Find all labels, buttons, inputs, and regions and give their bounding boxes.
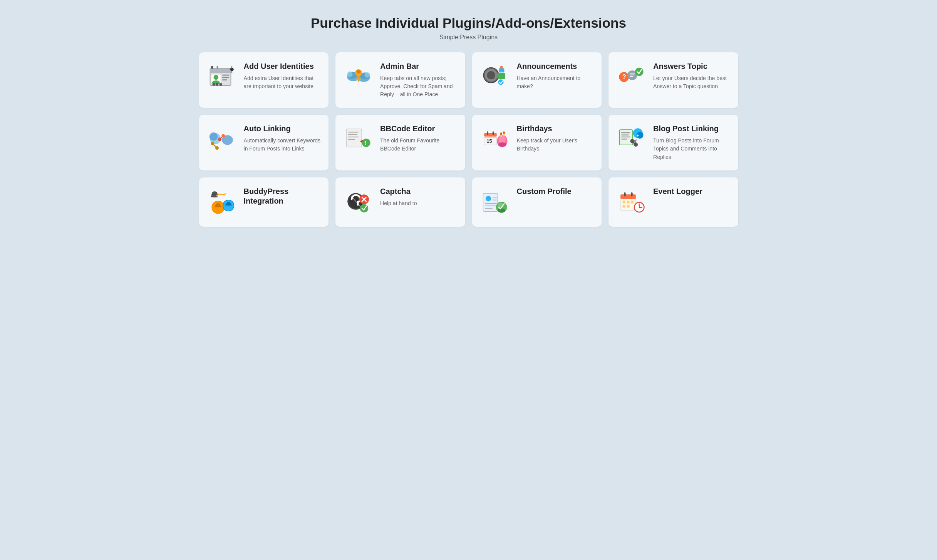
card-desc-captcha: Help at hand to bbox=[380, 199, 458, 207]
svg-rect-107 bbox=[631, 192, 633, 196]
card-title-answers-topic: Answers Topic bbox=[653, 62, 731, 71]
svg-rect-7 bbox=[222, 79, 227, 80]
card-desc-blog-post-linking: Turn Blog Posts into Forum Topics and Co… bbox=[653, 137, 731, 161]
svg-text:?: ? bbox=[622, 73, 626, 80]
svg-point-95 bbox=[485, 196, 491, 201]
add-user-icon bbox=[207, 62, 238, 92]
svg-rect-111 bbox=[623, 205, 625, 207]
svg-point-22 bbox=[357, 69, 361, 74]
svg-point-68 bbox=[500, 132, 502, 135]
card-add-user-identities[interactable]: Add User Identities Add extra User Ident… bbox=[199, 52, 329, 108]
event-logger-icon bbox=[616, 187, 647, 217]
svg-rect-11 bbox=[211, 66, 213, 69]
page-subtitle: Simple:Press Plugins bbox=[12, 34, 925, 41]
card-buddypress-integration[interactable]: BuddyPress Integration bbox=[199, 177, 329, 227]
svg-rect-63 bbox=[484, 137, 496, 138]
card-desc-admin-bar: Keep tabs on all new posts; Approve, Che… bbox=[380, 74, 458, 99]
card-title-event-logger: Event Logger bbox=[653, 187, 731, 196]
svg-text:!: ! bbox=[364, 140, 366, 146]
card-desc-bbcode-editor: The old Forum Favourite BBCode Editor bbox=[380, 137, 458, 153]
svg-point-71 bbox=[498, 142, 506, 147]
card-title-buddypress-integration: BuddyPress Integration bbox=[244, 187, 321, 206]
card-title-blog-post-linking: Blog Post Linking bbox=[653, 124, 731, 134]
card-auto-linking[interactable]: Auto Linking Automatically convert Keywo… bbox=[199, 115, 329, 170]
card-title-captcha: Captcha bbox=[380, 187, 458, 196]
card-admin-bar[interactable]: Admin Bar Keep tabs on all new posts; Ap… bbox=[335, 52, 465, 108]
svg-point-93 bbox=[360, 204, 369, 212]
svg-rect-37 bbox=[630, 73, 635, 74]
svg-point-86 bbox=[226, 202, 230, 205]
card-custom-profile[interactable]: Custom Profile bbox=[472, 177, 602, 227]
svg-point-46 bbox=[211, 142, 214, 145]
svg-point-50 bbox=[221, 134, 225, 138]
svg-rect-76 bbox=[621, 139, 627, 140]
buddypress-icon bbox=[207, 187, 238, 217]
card-announcements[interactable]: ... Announcements Have an Announcement t… bbox=[472, 52, 602, 108]
svg-rect-29 bbox=[497, 73, 505, 79]
svg-point-70 bbox=[503, 132, 505, 134]
card-event-logger[interactable]: Event Logger bbox=[608, 177, 738, 227]
birthdays-icon: 15 bbox=[480, 124, 511, 155]
svg-rect-62 bbox=[492, 132, 494, 135]
card-blog-post-linking[interactable]: + Blog Post Linking Turn Blog Posts into… bbox=[608, 115, 738, 170]
card-title-add-user-identities: Add User Identities bbox=[244, 62, 321, 71]
svg-point-82 bbox=[634, 142, 638, 147]
svg-rect-5 bbox=[222, 75, 229, 76]
svg-rect-12 bbox=[216, 66, 218, 69]
svg-rect-105 bbox=[620, 194, 636, 199]
card-desc-answers-topic: Let your Users decide the best Answer to… bbox=[653, 74, 731, 90]
svg-point-66 bbox=[499, 135, 506, 144]
card-desc-birthdays: Keep track of your User's Birthdays bbox=[517, 137, 594, 153]
svg-rect-52 bbox=[348, 132, 359, 133]
card-title-admin-bar: Admin Bar bbox=[380, 62, 458, 71]
card-captcha[interactable]: Captcha Help at hand to bbox=[335, 177, 465, 227]
svg-rect-39 bbox=[630, 76, 634, 77]
custom-profile-icon bbox=[480, 187, 511, 217]
svg-point-32 bbox=[500, 66, 503, 69]
svg-text:...: ... bbox=[500, 69, 502, 73]
card-bbcode-editor[interactable]: ! BBCode Editor The old Forum Favourite … bbox=[335, 115, 465, 170]
admin-bar-icon bbox=[343, 62, 374, 92]
svg-point-103 bbox=[498, 208, 505, 212]
svg-rect-10 bbox=[219, 83, 221, 85]
svg-point-3 bbox=[213, 75, 218, 80]
card-birthdays[interactable]: 15 Birthdays Keep track of your User's B… bbox=[472, 115, 602, 170]
svg-rect-53 bbox=[348, 134, 357, 135]
svg-rect-54 bbox=[348, 137, 359, 137]
card-desc-announcements: Have an Announcement to make? bbox=[517, 74, 594, 90]
svg-text:15: 15 bbox=[486, 139, 492, 144]
svg-rect-112 bbox=[627, 205, 629, 207]
svg-point-20 bbox=[364, 72, 370, 77]
svg-text:+: + bbox=[637, 133, 639, 139]
announcements-icon: ... bbox=[480, 62, 511, 92]
captcha-icon bbox=[343, 187, 374, 217]
card-answers-topic[interactable]: ? Answers Topic Let your Users decide th… bbox=[608, 52, 738, 108]
svg-point-47 bbox=[215, 146, 219, 150]
svg-point-28 bbox=[487, 71, 495, 80]
svg-rect-109 bbox=[627, 201, 629, 203]
card-title-birthdays: Birthdays bbox=[517, 124, 594, 134]
svg-rect-106 bbox=[624, 192, 626, 196]
svg-rect-38 bbox=[630, 75, 635, 75]
svg-rect-73 bbox=[621, 132, 630, 133]
card-title-announcements: Announcements bbox=[517, 62, 594, 71]
svg-rect-51 bbox=[347, 129, 362, 147]
card-desc-auto-linking: Automatically convert Keywords in Forum … bbox=[244, 137, 321, 153]
card-title-auto-linking: Auto Linking bbox=[244, 124, 321, 134]
svg-rect-1 bbox=[210, 69, 231, 74]
svg-rect-6 bbox=[222, 77, 229, 78]
svg-line-45 bbox=[213, 145, 216, 147]
svg-rect-94 bbox=[483, 193, 498, 211]
svg-rect-75 bbox=[621, 137, 630, 137]
card-desc-add-user-identities: Add extra User Identities that are impor… bbox=[244, 74, 321, 90]
card-title-bbcode-editor: BBCode Editor bbox=[380, 124, 458, 134]
auto-linking-icon bbox=[207, 124, 238, 155]
page-title: Purchase Individual Plugins/Add-ons/Exte… bbox=[12, 15, 925, 31]
bbcode-editor-icon: ! bbox=[343, 124, 374, 155]
svg-rect-55 bbox=[348, 139, 355, 140]
svg-point-17 bbox=[347, 72, 352, 77]
page-header: Purchase Individual Plugins/Add-ons/Exte… bbox=[12, 15, 925, 41]
svg-point-40 bbox=[635, 68, 644, 76]
svg-point-42 bbox=[209, 132, 218, 141]
svg-rect-60 bbox=[484, 133, 496, 137]
